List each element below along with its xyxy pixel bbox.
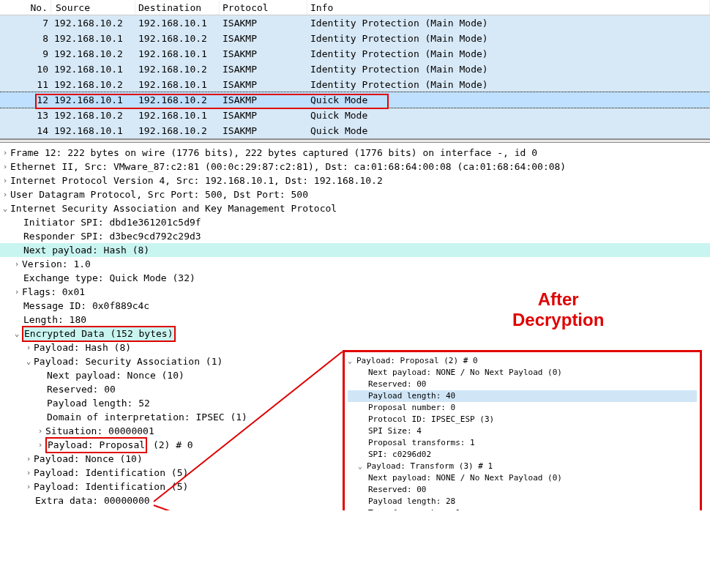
cell-source: 192.168.10.2 — [51, 18, 135, 29]
expand-icon[interactable]: › — [12, 286, 22, 299]
collapse-icon[interactable]: ⌄ — [0, 202, 10, 215]
expand-icon[interactable]: › — [23, 480, 34, 494]
cell-destination: 192.168.10.1 — [135, 79, 220, 90]
cell-no: 7 — [0, 18, 51, 29]
collapse-icon[interactable]: ⌄ — [23, 355, 34, 368]
cell-protocol: ISAKMP — [220, 18, 307, 29]
col-header-source[interactable]: Source — [51, 1, 135, 15]
cell-destination: 192.168.10.1 — [135, 18, 220, 29]
cell-no: 9 — [0, 48, 51, 59]
col-header-protocol[interactable]: Protocol — [220, 1, 307, 15]
col-header-info[interactable]: Info — [307, 1, 710, 15]
dp-prop-reserved[interactable]: Reserved: 00 — [348, 379, 697, 390]
cell-protocol: ISAKMP — [220, 33, 307, 44]
cell-no: 8 — [0, 33, 51, 44]
dp-prop-next[interactable]: Next payload: NONE / No Next Payload (0) — [348, 367, 697, 379]
table-row[interactable]: 12 192.168.10.1 192.168.10.2 ISAKMPQuick… — [0, 92, 710, 108]
cell-protocol: ISAKMP — [220, 110, 307, 121]
detail-ethernet[interactable]: ›Ethernet II, Src: VMware_87:c2:81 (00:0… — [0, 160, 710, 174]
detail-init-spi[interactable]: Initiator SPI: dbd1e361201c5d9f — [0, 215, 710, 229]
dp-transform[interactable]: ⌄Payload: Transform (3) # 1 — [348, 461, 697, 472]
table-row[interactable]: 8 192.168.10.1 192.168.10.2 ISAKMPIdenti… — [0, 31, 710, 46]
table-row[interactable]: 13 192.168.10.2 192.168.10.1 ISAKMPQuick… — [0, 108, 710, 123]
expand-icon[interactable]: › — [23, 341, 34, 354]
detail-exchange[interactable]: Exchange type: Quick Mode (32) — [0, 271, 710, 285]
detail-isakmp[interactable]: ⌄Internet Security Association and Key M… — [0, 201, 710, 215]
cell-info: Identity Protection (Main Mode) — [307, 48, 710, 59]
cell-source: 192.168.10.1 — [51, 64, 135, 75]
cell-source: 192.168.10.2 — [51, 110, 135, 121]
cell-source: 192.168.10.1 — [51, 125, 135, 136]
after-decryption-label: AfterDecryption — [512, 289, 604, 330]
cell-destination: 192.168.10.1 — [135, 48, 220, 59]
table-row[interactable]: 7 192.168.10.2 192.168.10.1 ISAKMPIdenti… — [0, 15, 710, 31]
col-header-destination[interactable]: Destination — [135, 1, 220, 15]
dp-trans-reserved[interactable]: Reserved: 00 — [348, 484, 697, 496]
detail-udp[interactable]: ›User Datagram Protocol, Src Port: 500, … — [0, 187, 710, 201]
dp-prop-transforms[interactable]: Proposal transforms: 1 — [348, 437, 697, 449]
expand-icon[interactable]: › — [0, 188, 10, 201]
cell-info: Quick Mode — [307, 94, 710, 105]
dp-spi-size[interactable]: SPI Size: 4 — [348, 425, 697, 437]
cell-info: Identity Protection (Main Mode) — [307, 79, 710, 90]
collapse-icon[interactable]: ⌄ — [358, 461, 367, 472]
dp-proposal[interactable]: ⌄Payload: Proposal (2) # 0 — [348, 355, 697, 367]
dp-trans-length[interactable]: Payload length: 28 — [348, 496, 697, 507]
cell-info: Identity Protection (Main Mode) — [307, 18, 710, 29]
cell-info: Identity Protection (Main Mode) — [307, 33, 710, 44]
detail-next-payload[interactable]: Next payload: Hash (8) — [0, 243, 710, 257]
table-row[interactable]: 11 192.168.10.2 192.168.10.1 ISAKMPIdent… — [0, 77, 710, 92]
cell-info: Quick Mode — [307, 110, 710, 121]
collapse-icon[interactable]: ⌄ — [348, 355, 356, 367]
collapse-icon[interactable]: ⌄ — [12, 327, 22, 340]
cell-source: 192.168.10.2 — [51, 48, 135, 59]
cell-source: 192.168.10.2 — [51, 79, 135, 90]
expand-icon[interactable]: › — [35, 425, 45, 438]
dp-protocol-id[interactable]: Protocol ID: IPSEC_ESP (3) — [348, 414, 697, 425]
cell-no: 12 — [0, 94, 51, 105]
table-row[interactable]: 9 192.168.10.2 192.168.10.1 ISAKMPIdenti… — [0, 46, 710, 62]
detail-version[interactable]: ›Version: 1.0 — [0, 257, 710, 271]
cell-no: 10 — [0, 64, 51, 75]
detail-frame[interactable]: ›Frame 12: 222 bytes on wire (1776 bits)… — [0, 146, 710, 160]
expand-icon[interactable]: › — [0, 146, 10, 160]
expand-icon[interactable]: › — [23, 453, 34, 466]
dp-spi[interactable]: SPI: c0296d02 — [348, 449, 697, 461]
dp-prop-length[interactable]: Payload length: 40 — [348, 390, 697, 402]
packet-list[interactable]: No. Source Destination Protocol Info 7 1… — [0, 0, 710, 139]
table-row[interactable]: 10 192.168.10.1 192.168.10.2 ISAKMPIdent… — [0, 62, 710, 77]
table-row[interactable]: 14 192.168.10.1 192.168.10.2 ISAKMPQuick… — [0, 123, 710, 138]
dp-trans-next[interactable]: Next payload: NONE / No Next Payload (0) — [348, 472, 697, 484]
cell-info: Identity Protection (Main Mode) — [307, 64, 710, 75]
cell-destination: 192.168.10.2 — [135, 125, 220, 136]
cell-info: Quick Mode — [307, 125, 710, 136]
dp-prop-number[interactable]: Proposal number: 0 — [348, 402, 697, 414]
cell-source: 192.168.10.1 — [51, 33, 135, 44]
cell-protocol: ISAKMP — [220, 94, 307, 105]
cell-destination: 192.168.10.2 — [135, 64, 220, 75]
expand-icon[interactable]: › — [12, 258, 22, 271]
cell-no: 14 — [0, 125, 51, 136]
cell-no: 11 — [0, 79, 51, 90]
cell-destination: 192.168.10.2 — [135, 94, 220, 105]
expand-icon[interactable]: › — [35, 439, 45, 452]
proposal-highlight: Payload: Proposal — [45, 437, 147, 453]
decryption-panel: ⌄Payload: Proposal (2) # 0 Next payload:… — [343, 350, 702, 510]
expand-icon[interactable]: › — [23, 466, 34, 480]
cell-protocol: ISAKMP — [220, 48, 307, 59]
packet-list-header: No. Source Destination Protocol Info — [0, 0, 710, 15]
detail-ip[interactable]: ›Internet Protocol Version 4, Src: 192.1… — [0, 174, 710, 187]
detail-resp-spi[interactable]: Responder SPI: d3bec9cd792c29d3 — [0, 229, 710, 243]
cell-protocol: ISAKMP — [220, 64, 307, 75]
cell-source: 192.168.10.1 — [51, 94, 135, 105]
cell-protocol: ISAKMP — [220, 79, 307, 90]
col-header-no[interactable]: No. — [0, 1, 51, 15]
cell-no: 13 — [0, 110, 51, 121]
dp-trans-number[interactable]: Transform number: 1 — [348, 507, 697, 510]
cell-destination: 192.168.10.1 — [135, 110, 220, 121]
expand-icon[interactable]: › — [0, 174, 10, 187]
cell-destination: 192.168.10.2 — [135, 33, 220, 44]
cell-protocol: ISAKMP — [220, 125, 307, 136]
expand-icon[interactable]: › — [0, 160, 10, 174]
